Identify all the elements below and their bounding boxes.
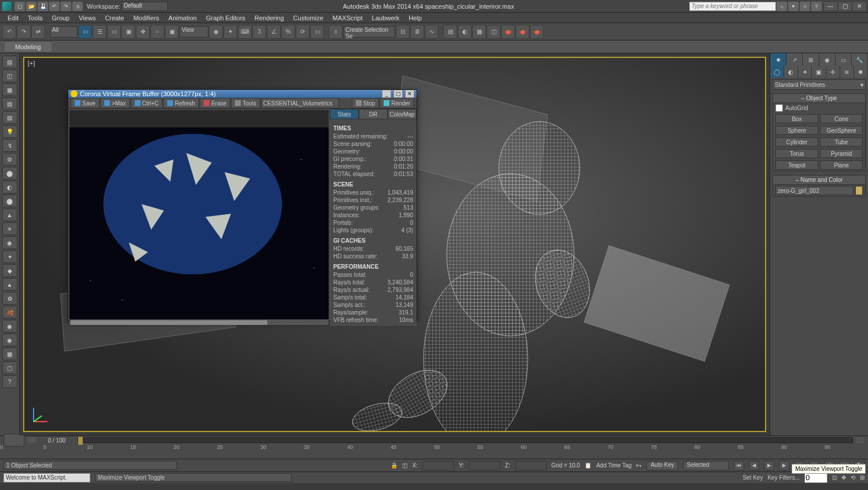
- palette-button-20[interactable]: ◉: [2, 334, 17, 346]
- cmd-tab-hierarchy[interactable]: ⊞: [803, 53, 819, 66]
- cmd-tab-display[interactable]: ▭: [836, 53, 852, 66]
- palette-button-17[interactable]: ✿: [2, 292, 17, 305]
- palette-button-4[interactable]: ▤: [2, 111, 17, 124]
- corona-max-button[interactable]: ▢: [393, 90, 403, 98]
- corona-erase-button[interactable]: Erase: [200, 98, 230, 108]
- palette-button-21[interactable]: ▦: [2, 348, 17, 360]
- named-sel-button[interactable]: ▭: [310, 25, 324, 39]
- menu-laubwerk[interactable]: Laubwerk: [368, 14, 404, 22]
- cmd-sub-spacewarps[interactable]: ≋: [840, 66, 854, 78]
- workspace-selector[interactable]: Default: [122, 2, 168, 11]
- lock-icon[interactable]: 🔒: [391, 462, 398, 469]
- corona-refresh-button[interactable]: Refresh: [163, 98, 199, 108]
- render-prod-button[interactable]: 🫖: [501, 25, 515, 39]
- maximize-button[interactable]: ▢: [838, 2, 851, 10]
- help-icon[interactable]: ?: [811, 2, 822, 11]
- key-mode-select[interactable]: Selected: [683, 461, 729, 470]
- cmd-sub-helpers[interactable]: ✢: [826, 66, 840, 78]
- ref-coord-sel[interactable]: View: [179, 26, 208, 38]
- track-right-icon[interactable]: [856, 437, 865, 443]
- cmd-tab-modify[interactable]: ↗: [786, 53, 803, 66]
- corona-tab-stats[interactable]: Stats: [330, 109, 359, 119]
- palette-button-22[interactable]: ▢: [2, 361, 17, 374]
- palette-button-16[interactable]: ▲: [2, 278, 17, 291]
- autogrid-checkbox[interactable]: [775, 104, 783, 112]
- percent-snap-button[interactable]: %: [281, 25, 295, 39]
- prim-pyramid[interactable]: Pyramid: [820, 149, 863, 158]
- coord-x-input[interactable]: [422, 461, 454, 470]
- cmd-sub-cameras[interactable]: ▣: [812, 66, 826, 78]
- menu-rendering[interactable]: Rendering: [251, 14, 288, 22]
- undo-button[interactable]: ↶: [2, 25, 16, 39]
- prim-sphere[interactable]: Sphere: [775, 126, 818, 135]
- time-ruler[interactable]: 0510152025303540455055606570758085909510…: [0, 444, 868, 456]
- menu-maxscript[interactable]: MAXScript: [329, 14, 367, 22]
- palette-button-5[interactable]: 💡: [2, 125, 17, 138]
- palette-button-7[interactable]: ⚙: [2, 153, 17, 166]
- prev-frame-button[interactable]: ◀: [749, 461, 759, 470]
- nav5-button[interactable]: ⊡: [832, 474, 837, 481]
- corona-max-button[interactable]: >Max: [100, 98, 130, 108]
- mirror-button[interactable]: ⦀: [329, 25, 343, 39]
- menu-tools[interactable]: Tools: [24, 14, 47, 22]
- prim-torus[interactable]: Torus: [775, 149, 818, 158]
- keyboard-button[interactable]: ⌨: [238, 25, 252, 39]
- corona-copy-button[interactable]: Ctrl+C: [131, 98, 163, 108]
- new-icon[interactable]: ▢: [14, 2, 25, 11]
- palette-button-6[interactable]: ↯: [2, 139, 17, 152]
- prim-geosphere[interactable]: GeoSphere: [820, 126, 863, 135]
- prim-teapot[interactable]: Teapot: [775, 160, 818, 170]
- redo-button[interactable]: ↷: [17, 25, 31, 39]
- next-frame-button[interactable]: ▶: [779, 461, 789, 470]
- corona-min-button[interactable]: _: [382, 90, 391, 98]
- corona-preview[interactable]: [69, 110, 329, 325]
- menu-edit[interactable]: Edit: [3, 14, 23, 22]
- palette-button-15[interactable]: ◆: [2, 264, 17, 277]
- menu-customize[interactable]: Customize: [289, 14, 328, 22]
- render-frame-button[interactable]: ◫: [487, 25, 501, 39]
- palette-button-2[interactable]: ▦: [2, 83, 17, 96]
- palette-button-10[interactable]: ⬤: [2, 195, 17, 207]
- isolate-icon[interactable]: ◫: [402, 462, 407, 469]
- cmd-tab-utilities[interactable]: 🔧: [852, 53, 868, 66]
- redo-icon[interactable]: ↷: [61, 2, 71, 11]
- menu-help[interactable]: Help: [404, 14, 426, 22]
- track-left-icon[interactable]: [28, 437, 36, 443]
- key-filters-button[interactable]: Key Filters...: [767, 474, 800, 481]
- angle-snap-button[interactable]: ∠: [267, 25, 281, 39]
- time-slider-thumb[interactable]: [78, 437, 83, 445]
- coord-y-input[interactable]: [469, 461, 501, 470]
- select-name-button[interactable]: ☰: [93, 25, 106, 39]
- curve-editor-button[interactable]: ∿: [425, 25, 439, 39]
- help-search-input[interactable]: [689, 2, 776, 11]
- prim-tube[interactable]: Tube: [820, 137, 863, 147]
- max-viewport-button[interactable]: ⊞: [860, 474, 865, 481]
- save-icon[interactable]: 💾: [38, 2, 48, 11]
- corona-vfb-window[interactable]: Corona Virtual Frame Buffer (3000x1277px…: [68, 89, 417, 321]
- layer-button[interactable]: ≣: [410, 25, 424, 39]
- infocenter-icon[interactable]: ⌕: [777, 2, 787, 11]
- select-rotate-button[interactable]: ○: [150, 25, 164, 39]
- minimize-button[interactable]: —: [824, 2, 837, 10]
- key-icon[interactable]: 🗝: [636, 462, 642, 469]
- palette-button-12[interactable]: ☀: [2, 222, 17, 235]
- add-time-tag[interactable]: Add Time Tag: [596, 462, 631, 469]
- palette-button-1[interactable]: ◫: [2, 70, 17, 82]
- palette-button-14[interactable]: ✦: [2, 250, 17, 263]
- named-sel-set[interactable]: Create Selection Se: [343, 26, 395, 38]
- rollout-header-namecolor[interactable]: – Name and Color: [773, 175, 865, 185]
- cmd-sub-systems[interactable]: ✱: [854, 66, 868, 78]
- nav7-button[interactable]: ⟲: [851, 474, 855, 481]
- pivot-button[interactable]: ◉: [209, 25, 223, 39]
- select-scale-button[interactable]: ▣: [165, 25, 179, 39]
- corona-tab-dr[interactable]: DR: [359, 109, 388, 119]
- corona-save-button[interactable]: Save: [71, 98, 100, 108]
- time-slider-track[interactable]: [78, 437, 853, 443]
- menu-create[interactable]: Create: [101, 14, 128, 22]
- corona-titlebar[interactable]: Corona Virtual Frame Buffer (3000x1277px…: [68, 90, 417, 98]
- spinner-snap-button[interactable]: ⟳: [296, 25, 310, 39]
- cmd-sub-lights[interactable]: ✦: [798, 66, 812, 78]
- select-move-button[interactable]: ✥: [136, 25, 150, 39]
- menu-modifiers[interactable]: Modifiers: [129, 14, 163, 22]
- maxscript-listener[interactable]: [3, 473, 90, 482]
